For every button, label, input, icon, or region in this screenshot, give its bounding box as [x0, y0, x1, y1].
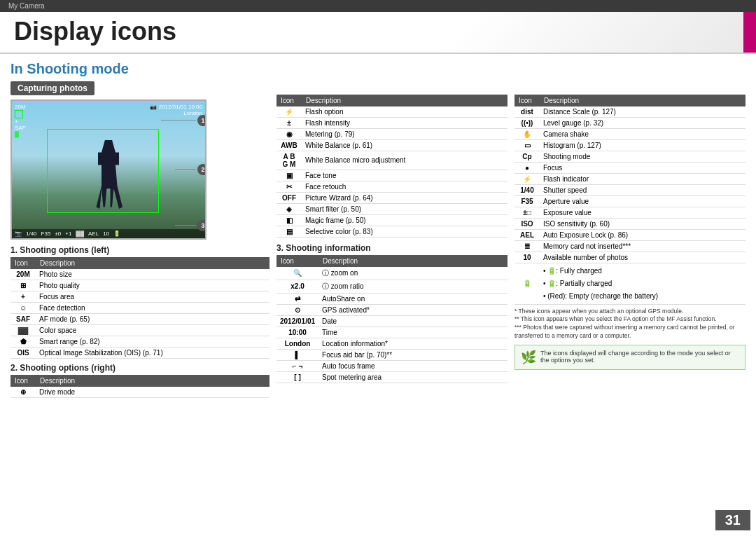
subsection-shooting-info: 3. Shooting information — [276, 243, 507, 253]
icon-cell: 🔋 — [514, 263, 540, 304]
icon-cell: ☺ — [10, 302, 36, 313]
desc-cell: ISO sensitivity (p. 60) — [540, 218, 746, 229]
battery-desc-item: • 🔋: Fully charged — [543, 265, 742, 277]
desc-cell: Magic frame (p. 50) — [302, 214, 507, 226]
top-bar: My Camera — [0, 0, 756, 12]
col-desc-rt: Description — [540, 95, 746, 106]
desc-cell: Color space — [36, 324, 270, 336]
icon-cell: ⊞ — [10, 280, 36, 291]
callout-3: 3 — [175, 220, 206, 231]
table-row: 2012/01/01Date — [276, 315, 507, 327]
table-row: OFFPicture Wizard (p. 64) — [276, 192, 507, 203]
table-row: OISOptical Image Stabilization (OIS) (p.… — [10, 347, 270, 358]
table-row: ⌐ ¬Auto focus frame — [276, 360, 507, 371]
icon-cell: 🔍 — [276, 267, 318, 280]
icon-cell: ⌐ ¬ — [276, 360, 318, 371]
shooting-info-table: Icon Description 🔍ⓘ zoom onx2.0ⓘ zoom ra… — [276, 255, 507, 383]
desc-cell: Picture Wizard (p. 64) — [302, 192, 507, 203]
desc-cell: Memory card not inserted*** — [540, 240, 746, 252]
icon-cell: ▭ — [514, 139, 540, 151]
table-row: ISOISO sensitivity (p. 60) — [514, 218, 746, 229]
desc-cell: Metering (p. 79) — [302, 128, 507, 139]
desc-cell: ⓘ zoom ratio — [318, 280, 507, 293]
icon-cell: ± — [276, 117, 302, 128]
icon-cell: ⚡ — [514, 173, 540, 184]
table-row: ±Flash intensity — [276, 117, 507, 128]
left-column: In Shooting mode Capturing photos 20M + … — [10, 61, 270, 520]
desc-cell: Spot metering area — [318, 371, 507, 383]
page-number: 31 — [715, 510, 750, 530]
desc-cell: Smart filter (p. 50) — [302, 203, 507, 214]
desc-cell: Flash intensity — [302, 117, 507, 128]
note-box: 🌿 The icons displayed will change accord… — [514, 345, 746, 370]
table-row: AELAuto Exposure Lock (p. 86) — [514, 229, 746, 240]
desc-cell: Distance Scale (p. 127) — [540, 106, 746, 118]
icon-cell: x2.0 — [276, 280, 318, 293]
desc-cell: Photo size — [36, 269, 270, 280]
desc-cell: ⓘ zoom on — [318, 267, 507, 280]
table-row: 10Available number of photos — [514, 252, 746, 263]
icon-cell: ◉ — [276, 128, 302, 139]
callout-2: 2 — [175, 164, 206, 175]
icon-cell: F35 — [514, 195, 540, 207]
table-row: ⬟Smart range (p. 82) — [10, 336, 270, 347]
icon-cell: ⊕ — [10, 387, 36, 398]
icon-cell: ✋ — [514, 128, 540, 139]
table-row: 🔋• 🔋: Fully charged• 🔋: Partially charge… — [514, 263, 746, 304]
table-row: AWBWhite Balance (p. 61) — [276, 139, 507, 151]
footnote-1: * These icons appear when you attach an … — [514, 308, 746, 316]
col-icon-mid: Icon — [276, 95, 302, 106]
icon-cell: ±□ — [514, 207, 540, 218]
subsection-shooting-options-left: 1. Shooting options (left) — [10, 245, 270, 255]
desc-cell: Focus — [540, 162, 746, 173]
table-row: ⊕Drive mode — [10, 387, 270, 398]
icon-cell: 2012/01/01 — [276, 315, 318, 327]
footnote-3: *** Photos that were captured without in… — [514, 324, 746, 341]
table-row: [ ]Spot metering area — [276, 371, 507, 383]
desc-cell: Histogram (p. 127) — [540, 139, 746, 151]
desc-cell: Focus aid bar (p. 70)** — [318, 349, 507, 360]
table-row: ✂Face retouch — [276, 181, 507, 192]
battery-desc-item: • (Red): Empty (recharge the battery) — [543, 290, 742, 303]
desc-cell: Date — [318, 315, 507, 327]
table-row: ✋Camera shake — [514, 128, 746, 139]
footnotes: * These icons appear when you attach an … — [514, 308, 746, 341]
note-text: The icons displayed will change accordin… — [540, 350, 739, 365]
icon-cell: ⊙ — [276, 304, 318, 315]
icon-cell: ⚡ — [276, 106, 302, 118]
middle-top-table: Icon Description ⚡Flash option±Flash int… — [276, 95, 507, 238]
desc-cell: White Balance micro adjustment — [302, 151, 507, 170]
col-desc-mid: Description — [302, 95, 507, 106]
table-row: x2.0ⓘ zoom ratio — [276, 280, 507, 293]
note-icon: 🌿 — [521, 350, 536, 365]
icon-cell: ▌ — [276, 349, 318, 360]
desc-cell: Time — [318, 327, 507, 338]
camera-settings-left: 20M + SAF ▓ — [15, 104, 26, 137]
section-title-shooting-mode: In Shooting mode — [10, 61, 270, 77]
table-row: ⚡Flash option — [276, 106, 507, 118]
desc-cell: Auto focus frame — [318, 360, 507, 371]
icon-cell: OFF — [276, 192, 302, 203]
shooting-options-right-table: Icon Description ⊕Drive mode — [10, 375, 270, 398]
table-row: ⚡Flash indicator — [514, 173, 746, 184]
desc-cell: Shutter speed — [540, 184, 746, 195]
icon-cell: + — [10, 291, 36, 302]
table-row: ((•))Level gauge (p. 32) — [514, 117, 746, 128]
table-row: ⊙GPS activated* — [276, 304, 507, 315]
icon-cell: 10 — [514, 252, 540, 263]
table-row: +Focus area — [10, 291, 270, 302]
magenta-accent — [743, 12, 756, 53]
breadcrumb: My Camera — [8, 2, 45, 10]
desc-cell: Available number of photos — [540, 252, 746, 263]
subsection-shooting-options-right: 2. Shooting options (right) — [10, 363, 270, 373]
desc-cell: Selective color (p. 83) — [302, 226, 507, 237]
callout-1: 1 — [161, 115, 206, 126]
table-row: ▭Histogram (p. 127) — [514, 139, 746, 151]
icon-cell: ≣ — [514, 240, 540, 252]
capturing-badge: Capturing photos — [10, 81, 94, 95]
col-desc-header-r: Description — [36, 375, 270, 387]
icon-cell: ⬟ — [10, 336, 36, 347]
desc-cell: Smart range (p. 82) — [36, 336, 270, 347]
footnote-2: ** This icon appears when you select the… — [514, 315, 746, 324]
page-title: Display icons — [14, 18, 742, 46]
